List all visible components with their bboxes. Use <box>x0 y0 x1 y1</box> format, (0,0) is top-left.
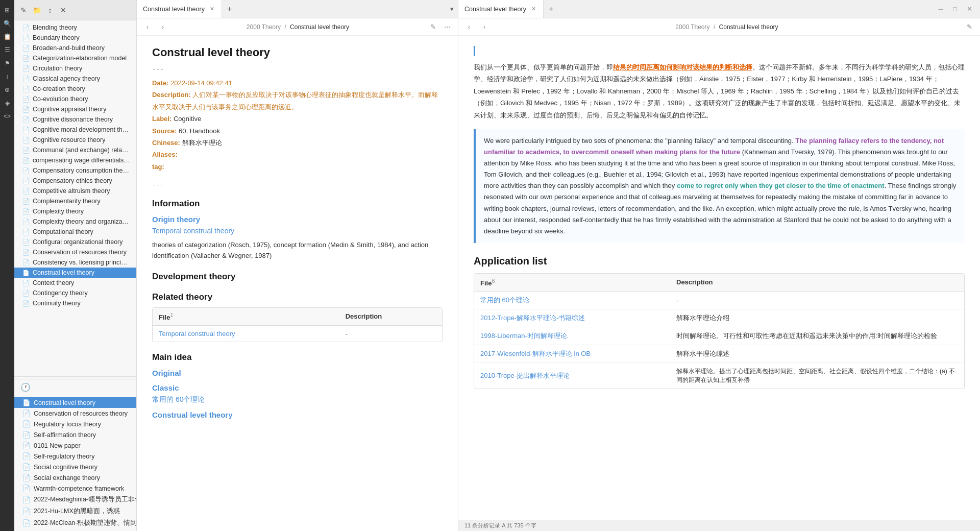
toolbar-icon-sort[interactable]: ↕ <box>45 5 55 15</box>
recent-item-regulatory[interactable]: 📄Regulatory focus theory <box>14 419 136 429</box>
sidebar-item-configural[interactable]: 📄Configural organizational theory <box>14 237 136 247</box>
sidebar-item-coevolution[interactable]: 📄Co-evolution theory <box>14 94 136 104</box>
app-list-table: File6 Description 常用的 60个理论 - 2012-Trope… <box>474 274 964 389</box>
related-data-table: File1 Description Temporal construal the… <box>153 308 442 342</box>
right-tab-active[interactable]: Construal level theory ✕ <box>458 0 544 18</box>
sidebar-item-compethics[interactable]: 📄Compensatory ethics theory <box>14 176 136 186</box>
origin-theory-link[interactable]: Temporal construal theory <box>152 227 443 235</box>
right-tab-close[interactable]: ✕ <box>530 5 537 13</box>
right-tab-bar: Construal level theory ✕ + ─ □ ✕ <box>458 0 980 18</box>
sidebar-item-cogresource[interactable]: 📄Cognitive resource theory <box>14 135 136 145</box>
sidebar-item-construal[interactable]: 📄Construal level theory <box>14 268 136 278</box>
sidebar-item-compaltruism[interactable]: 📄Competitive altruism theory <box>14 186 136 196</box>
sidebar-item-complexity[interactable]: 📄Complexity theory <box>14 206 136 216</box>
recent-item-selfregulatory[interactable]: 📄Self-regulatory theory <box>14 451 136 462</box>
sidebar-divider <box>14 376 136 377</box>
right-nav-actions: ✎ <box>964 21 975 33</box>
app-file-5[interactable]: 2010-Trope-提出解释水平理论 <box>474 363 670 389</box>
left-edit-btn[interactable]: ✎ <box>427 21 438 33</box>
rail-icon-plus[interactable]: ⊕ <box>1 84 13 96</box>
right-maximize-btn[interactable]: □ <box>949 4 961 15</box>
sidebar-item-context[interactable]: 📄Context theory <box>14 278 136 288</box>
breadcrumb-sep: / <box>284 23 286 31</box>
chinese-label: Chinese: <box>152 139 180 147</box>
aliases-label: Aliases: <box>152 151 178 158</box>
sidebar-item-complementarity[interactable]: 📄Complementarity theory <box>14 196 136 206</box>
sidebar-toolbar: ✎ 📁 ↕ ✕ <box>14 0 136 20</box>
meta-tag: tag: <box>152 161 443 173</box>
sidebar-item-boundary[interactable]: 📄Boundary theory <box>14 33 136 43</box>
left-tab-add[interactable]: + <box>222 0 237 18</box>
highlight-phrase: 结果的时间距离如何影响对该结果的判断和选择 <box>613 63 752 71</box>
app-file-1[interactable]: 常用的 60个理论 <box>474 292 670 309</box>
recent-item-conservation[interactable]: 📄Conservation of resources theory <box>14 408 136 419</box>
sidebar-item-categorization[interactable]: 📄Categorization-elaboration model <box>14 53 136 63</box>
right-content-area: 我们从一个更具体、似乎更简单的问题开始，即结果的时间距离如何影响对该结果的判断和… <box>458 36 980 520</box>
rail-icon-menu[interactable]: ☰ <box>1 44 13 56</box>
label-value: Cognitive <box>174 115 201 123</box>
right-edit-btn[interactable]: ✎ <box>964 21 975 33</box>
quote-end: . These findings strongly resonated with… <box>484 182 956 234</box>
related-file-link[interactable]: Temporal construal theory <box>153 326 339 342</box>
sidebar-item-continuity[interactable]: 📄Continuity theory <box>14 298 136 308</box>
recent-item-selfaffirmation[interactable]: 📄Self-affirmation theory <box>14 429 136 440</box>
sidebar-item-cogappraisal[interactable]: 📄Cognitive appraisal theory <box>14 104 136 114</box>
left-tab-active[interactable]: Construal level theory ✕ <box>137 0 222 18</box>
sidebar-item-broaden[interactable]: 📄Broaden-and-build theory <box>14 43 136 53</box>
left-tab-close[interactable]: ✕ <box>209 5 215 13</box>
rail-icon-flag[interactable]: ⚑ <box>1 57 13 69</box>
app-file-3[interactable]: 1998-Liberman-时间解释理论 <box>474 327 670 345</box>
meta-chinese: Chinese: 解释水平理论 <box>152 137 443 149</box>
app-file-2[interactable]: 2012-Trope-解释水平理论-书籍综述 <box>474 309 670 327</box>
left-back-btn[interactable]: ‹ <box>142 21 153 33</box>
breadcrumb-parent: 2000 Theory <box>247 23 281 31</box>
app-file-4[interactable]: 2017-Wiesenfeld-解释水平理论 in OB <box>474 345 670 363</box>
rail-icon-grid[interactable]: ⊞ <box>1 4 13 16</box>
right-tab-add[interactable]: + <box>544 0 558 18</box>
clock-icon[interactable]: 🕐 <box>20 382 31 392</box>
left-more-btn[interactable]: ⋯ <box>442 21 453 33</box>
recent-item-construal[interactable]: 📄Construal level theory <box>14 397 136 408</box>
classic-theory-link[interactable]: 常用的 60个理论 <box>152 395 443 404</box>
rail-icon-code[interactable]: <> <box>1 110 13 123</box>
sidebar-item-circulation[interactable]: 📄Circulation theory <box>14 63 136 74</box>
toolbar-icon-compose[interactable]: ✎ <box>18 5 29 15</box>
recent-item-2022mcclean[interactable]: 📄2022-McClean-积极期望违背、情到、感... <box>14 517 136 529</box>
right-forward-btn[interactable]: › <box>479 21 490 33</box>
sidebar-item-consistency[interactable]: 📄Consistency vs. licensing principles <box>14 257 136 268</box>
sidebar-item-cogdissonance[interactable]: 📄Cognitive dissonance theory <box>14 114 136 125</box>
sidebar-item-compensating[interactable]: 📄compensating wage differentials theory <box>14 155 136 165</box>
recent-item-2022mesdaghinia[interactable]: 📄2022-Mesdaghinia-领导诱导员工非伦理... <box>14 494 136 505</box>
left-tab-chevron[interactable]: ▾ <box>446 0 458 18</box>
origin-body-text: theories of categorization (Rosch, 1975)… <box>152 240 443 261</box>
sidebar-item-blending[interactable]: 📄Blending theory <box>14 22 136 33</box>
sidebar-item-communal[interactable]: 📄Communal (and exchange) relationshi... <box>14 145 136 155</box>
rail-icon-diamond[interactable]: ◈ <box>1 97 13 109</box>
sidebar-item-computational[interactable]: 📄Computational theory <box>14 227 136 237</box>
left-forward-btn[interactable]: › <box>157 21 168 33</box>
sidebar-item-contingency[interactable]: 📄Contingency theory <box>14 288 136 298</box>
sidebar-item-complexityorg[interactable]: 📄Complexity theory and organizations <box>14 216 136 227</box>
col-file-num: 1 <box>170 312 173 318</box>
sidebar-item-compcons[interactable]: 📄Compensatory consumption theory <box>14 165 136 176</box>
recent-item-newpaper[interactable]: 📄0101 New paper <box>14 440 136 451</box>
sidebar-item-classical[interactable]: 📄Classical agency theory <box>14 74 136 84</box>
toolbar-icon-folder[interactable]: 📁 <box>32 5 42 15</box>
recent-item-socialexchange[interactable]: 📄Social exchange theory <box>14 472 136 483</box>
sidebar-item-cogmoral[interactable]: 📄Cognitive moral development theory <box>14 125 136 135</box>
recent-item-socialcog[interactable]: 📄Social cognitive theory <box>14 462 136 472</box>
toolbar-icon-close[interactable]: ✕ <box>58 5 68 15</box>
right-breadcrumb: 2000 Theory / Construal level theory <box>494 23 960 31</box>
rail-icon-files[interactable]: 📋 <box>1 31 13 43</box>
sidebar-item-cocreation[interactable]: 📄Co-creation theory <box>14 84 136 94</box>
right-back-btn[interactable]: ‹ <box>463 21 475 33</box>
sidebar-item-conservation[interactable]: 📄Conservation of resources theory <box>14 247 136 257</box>
rail-icon-sort[interactable]: ↕ <box>1 70 13 83</box>
right-minimize-btn[interactable]: ─ <box>935 4 946 15</box>
recent-item-2021hu[interactable]: 📄2021-Hu-LMX的黑暗面，诱惑 <box>14 505 136 517</box>
breadcrumb-current: Construal level theory <box>290 23 349 31</box>
app-col-desc-header: Description <box>670 274 964 292</box>
rail-icon-search[interactable]: 🔍 <box>1 17 13 30</box>
right-close-btn[interactable]: ✕ <box>964 4 975 15</box>
recent-item-warmth[interactable]: 📄Warmth-competence framework <box>14 483 136 494</box>
